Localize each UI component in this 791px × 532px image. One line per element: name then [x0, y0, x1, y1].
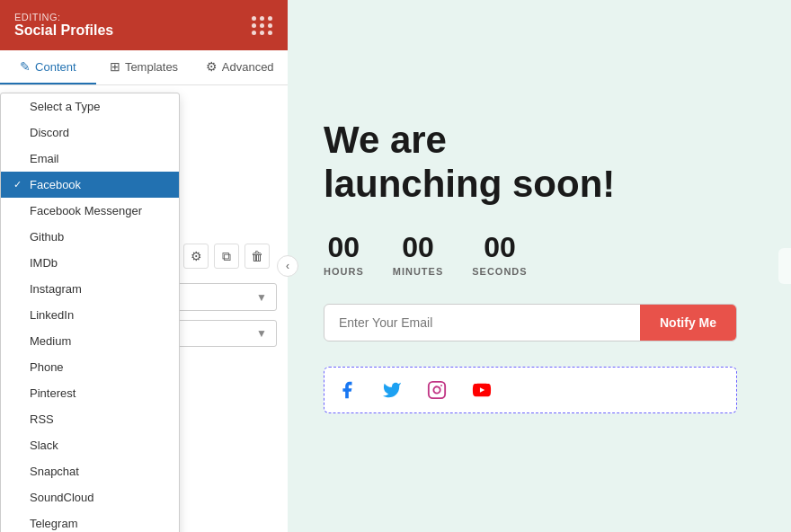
dropdown-item-rss[interactable]: RSS	[1, 406, 179, 432]
dropdown-item-github[interactable]: Github	[1, 224, 179, 250]
main-preview: We are launching soon! 00 HOURS 00 MINUT…	[288, 0, 791, 532]
tab-templates[interactable]: ⊞ Templates	[96, 50, 192, 84]
dropdown-container: Select a Type Discord Email ✓ Facebook F…	[0, 85, 288, 532]
email-form: Notify Me	[324, 304, 737, 341]
preview-content: We are launching soon! 00 HOURS 00 MINUT…	[324, 119, 755, 413]
panel-header-left: EDITING: Social Profiles	[14, 12, 113, 39]
copy-button[interactable]: ⧉	[214, 244, 239, 269]
tab-advanced[interactable]: ⚙ Advanced	[191, 50, 288, 84]
twitter-icon[interactable]	[369, 368, 414, 412]
instagram-icon[interactable]	[414, 368, 459, 412]
hero-title-line1: We are	[324, 119, 615, 162]
templates-icon: ⊞	[110, 59, 120, 74]
social-icons-row	[324, 367, 737, 413]
tab-templates-label: Templates	[125, 60, 178, 74]
dropdown-item-imdb[interactable]: IMDb	[1, 250, 179, 276]
tab-advanced-label: Advanced	[222, 60, 274, 74]
countdown-minutes-value: 00	[402, 231, 434, 264]
type-dropdown-menu: Select a Type Discord Email ✓ Facebook F…	[0, 93, 180, 532]
content-icon: ✎	[20, 59, 31, 74]
left-panel: EDITING: Social Profiles ✎ Content ⊞ Tem…	[0, 0, 288, 532]
side-handle[interactable]	[778, 248, 791, 284]
dropdown-item-soundcloud[interactable]: SoundCloud	[1, 484, 179, 510]
countdown-hours-value: 00	[328, 231, 360, 264]
editing-label: EDITING:	[14, 12, 113, 22]
email-input[interactable]	[324, 305, 640, 341]
dropdown-item-telegram[interactable]: Telegram	[1, 510, 179, 532]
dropdown-item-email[interactable]: Email	[1, 146, 179, 172]
chevron-down-icon: ▼	[256, 291, 267, 304]
youtube-icon[interactable]	[459, 368, 504, 412]
tab-content-label: Content	[35, 60, 76, 74]
dropdown-item-phone[interactable]: Phone	[1, 354, 179, 380]
dropdown-item-pinterest[interactable]: Pinterest	[1, 380, 179, 406]
dropdown-item-facebook-messenger[interactable]: Facebook Messenger	[1, 198, 179, 224]
countdown-seconds-label: SECONDS	[472, 266, 527, 277]
dropdown-item-facebook[interactable]: ✓ Facebook	[1, 172, 179, 198]
panel-header: EDITING: Social Profiles	[0, 0, 288, 50]
dropdown-item-medium[interactable]: Medium	[1, 328, 179, 354]
countdown-hours: 00 HOURS	[324, 231, 364, 277]
chevron-down-icon-2: ▼	[256, 327, 267, 340]
countdown-hours-label: HOURS	[324, 266, 364, 277]
delete-button[interactable]: 🗑	[244, 244, 270, 269]
advanced-icon: ⚙	[206, 59, 218, 74]
social-row-wrapper	[324, 367, 737, 413]
countdown: 00 HOURS 00 MINUTES 00 SECONDS	[324, 231, 528, 277]
dropdown-item-slack[interactable]: Slack	[1, 432, 179, 458]
dropdown-item-instagram[interactable]: Instagram	[1, 276, 179, 302]
panel-title: Social Profiles	[14, 22, 113, 39]
countdown-minutes: 00 MINUTES	[393, 231, 444, 277]
hero-title-line2: launching soon!	[324, 163, 615, 206]
notify-me-button[interactable]: Notify Me	[640, 305, 736, 341]
svg-rect-0	[429, 382, 445, 398]
dropdown-item-linkedin[interactable]: LinkedIn	[1, 302, 179, 328]
countdown-seconds: 00 SECONDS	[472, 231, 527, 277]
settings-button[interactable]: ⚙	[183, 244, 209, 269]
facebook-icon[interactable]	[324, 368, 369, 412]
dropdown-item-discord[interactable]: Discord	[1, 120, 179, 146]
panel-tabs: ✎ Content ⊞ Templates ⚙ Advanced	[0, 50, 288, 85]
hero-title: We are launching soon!	[324, 119, 615, 206]
tab-content[interactable]: ✎ Content	[0, 50, 96, 84]
countdown-minutes-label: MINUTES	[393, 266, 444, 277]
countdown-seconds-value: 00	[484, 231, 516, 264]
collapse-panel-button[interactable]: ‹	[277, 255, 298, 277]
dropdown-item-snapchat[interactable]: Snapchat	[1, 458, 179, 484]
dropdown-item-select-type[interactable]: Select a Type	[1, 93, 179, 120]
dots-grid-icon[interactable]	[252, 16, 273, 35]
check-selected-icon: ✓	[13, 179, 24, 191]
